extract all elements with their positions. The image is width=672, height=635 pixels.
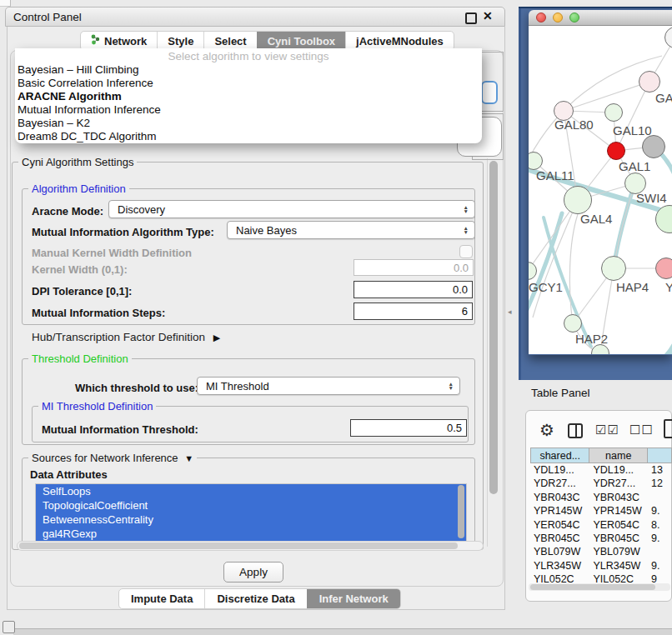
new-table-icon[interactable] [664,419,672,438]
node-label-y: Y [665,280,672,294]
table-cell: 13 [648,463,672,477]
table-cell: YDR27... [589,477,648,490]
deselect-checkboxes-icon[interactable]: ☐☐ [629,422,654,438]
focused-combo-stepper-fragment[interactable] [481,81,498,104]
table-row[interactable]: YBR043CYBR043C [530,491,672,504]
dropdown-placeholder: Select algorithm to view settings [15,50,482,63]
dropdown-item[interactable]: Basic Correlation Inference [15,77,482,90]
sources-title: Sources for Network Inference [32,452,178,464]
table-cell: 9. [648,532,672,545]
attributes-list-scrollbar-thumb[interactable] [458,485,464,538]
dropdown-item[interactable]: Bayesian – K2 [15,117,482,130]
table-cell: 8. [648,518,672,532]
table-row[interactable]: YLR345WYLR345W9. [530,559,672,572]
node-selected-red[interactable] [607,142,625,160]
bottom-left-icon[interactable] [3,621,15,633]
column-header[interactable]: name [589,448,648,463]
table-row[interactable]: YPR145WYPR145W9. [530,504,672,518]
table-header-row: shared...name [530,448,672,463]
zoom-traffic-light[interactable] [569,12,579,22]
node-label-gal80: GAL80 [554,118,594,132]
bottom-tab-discretize-data[interactable]: Discretize Data [204,589,306,608]
float-window-icon[interactable] [465,12,477,24]
settings-horizontal-scrollbar-thumb[interactable] [19,542,458,549]
hub-definition-toggle[interactable]: Hub/Transcription Factor Definition ▶ [32,331,220,343]
mi-type-select[interactable]: Naive Bayes ▲▼ [227,221,475,239]
column-header[interactable] [648,448,672,463]
gear-icon[interactable]: ⚙ [539,420,554,440]
table-cell: YDL19... [589,463,648,477]
which-threshold-select[interactable]: MI Threshold ▲▼ [197,377,460,395]
node-label-gcy1: GCY1 [529,280,563,294]
kernel-width-input[interactable]: 0.0 [354,259,474,276]
node-pink[interactable] [655,258,672,279]
table-row[interactable]: YBL079WYBL079W [530,545,672,558]
table-cell: YPR145W [589,504,648,518]
close-icon[interactable]: ✕ [483,9,493,22]
table-cell: YBR045C [530,532,589,545]
table-row[interactable]: YER054CYER054C8. [530,518,672,532]
tab-jactivemnodules[interactable]: jActiveMNodules [345,32,454,50]
attribute-item[interactable]: SelfLoops [36,484,466,498]
manual-kernel-checkbox[interactable] [459,245,473,258]
bottom-tab-infer-network[interactable]: Infer Network [307,589,400,608]
table-rows: YDL19...YDL19...13YDR27...YDR27...12YBR0… [530,463,672,586]
table-row[interactable]: YBR045CYBR045C9. [530,532,672,545]
apply-button[interactable]: Apply [223,562,283,582]
dropdown-item[interactable]: Bayesian – Hill Climbing [15,63,482,77]
table-cell: YBR045C [589,532,648,545]
dropdown-item[interactable]: Mutual Information Inference [15,103,482,117]
tab-network[interactable]: Network [81,32,157,50]
dropdown-item[interactable]: Dream8 DC_TDC Algorithm [15,130,482,143]
table-row[interactable]: YDL19...YDL19...13 [530,463,672,477]
tab-style[interactable]: Style [157,32,203,50]
column-layout-icon[interactable] [568,423,583,438]
table-cell: YER054C [530,518,589,532]
panel-resize-handle[interactable]: ◂ [508,308,512,316]
network-window-titlebar[interactable] [529,10,672,26]
node-label-gal4: GAL4 [580,212,612,226]
dpi-tolerance-label: DPI Tolerance [0,1]: [32,285,132,298]
network-canvas[interactable]: GALGAL80GAL10GAL1GAL11SWI4GAL4GCY1HAP4YH… [529,26,672,354]
select-all-checkboxes-icon[interactable]: ☑☑ [595,422,619,438]
settings-scrollbar-thumb[interactable] [489,161,498,494]
tab-cyni-toolbox[interactable]: Cyni Toolbox [257,32,345,50]
bottom-status-strip [13,628,672,635]
table-cell: YDL19... [530,463,589,477]
kernel-width-label: Kernel Width (0,1): [32,263,128,276]
algorithm-dropdown-popup: Select algorithm to view settings Bayesi… [15,48,482,143]
sources-title-toggle[interactable]: Sources for Network Inference ▼ [28,452,197,464]
node-hap2[interactable] [564,314,582,332]
node-gal10[interactable] [604,103,623,122]
close-traffic-light[interactable] [536,12,546,22]
node-label-gal1: GAL1 [619,159,650,173]
tab-label: Select [214,35,246,48]
column-header[interactable]: shared... [530,448,589,463]
dropdown-item[interactable]: ARACNE Algorithm [15,90,482,103]
minimize-traffic-light[interactable] [553,12,563,22]
table-cell: YBR043C [589,491,648,504]
table-row[interactable]: YDR27...YDR27...12 [530,477,672,490]
bottom-tab-impute-data[interactable]: Impute Data [119,589,204,608]
tab-label: Network [104,35,147,48]
table-cell: YBL079W [530,545,589,558]
node-gal-cut[interactable] [639,71,660,92]
node-gal4[interactable] [564,186,592,214]
table-horizontal-scrollbar-thumb[interactable] [530,584,655,590]
mi-type-label: Mutual Information Algorithm Type: [32,226,214,238]
aracne-mode-select[interactable]: Discovery ▲▼ [108,200,475,218]
attribute-item[interactable]: TopologicalCoefficient [36,498,466,512]
dpi-tolerance-input[interactable]: 0.0 [354,281,473,298]
table-cell: YDR27... [530,477,589,490]
network-icon [91,34,100,48]
node-hap4[interactable] [601,256,626,281]
data-attributes-list[interactable]: SelfLoopsTopologicalCoefficientBetweenne… [35,483,467,542]
mi-steps-input[interactable]: 6 [354,302,473,320]
node-gray[interactable] [642,135,665,158]
attribute-item[interactable]: BetweennessCentrality [36,512,466,527]
tab-label: Style [168,35,193,48]
mi-threshold-input[interactable]: 0.5 [350,419,467,437]
attribute-item[interactable]: gal4RGexp [36,527,466,541]
tab-select[interactable]: Select [203,32,256,50]
node-label-gal10: GAL10 [613,123,652,138]
